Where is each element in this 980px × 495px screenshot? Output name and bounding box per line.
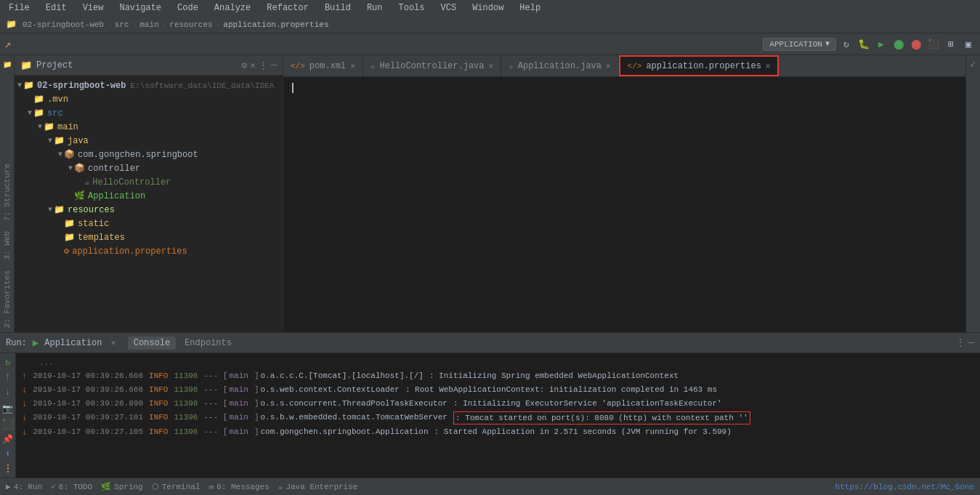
gear-icon[interactable]: ⚙: [242, 60, 248, 71]
tree-item-6[interactable]: ▶☕HelloController: [15, 175, 283, 189]
tab-close-3[interactable]: ✕: [766, 61, 771, 71]
status-icon-0: ▶: [6, 482, 11, 491]
status-icon-4: ✉: [209, 482, 214, 491]
filter-icon[interactable]: ⋮: [1, 463, 15, 475]
menu-item-vcs[interactable]: VCS: [438, 2, 460, 14]
run-config-selector[interactable]: APPLICATION▼: [763, 38, 836, 51]
menu-item-edit[interactable]: Edit: [43, 2, 70, 14]
tree-root[interactable]: ▼📁02-springboot-webE:\software_data\IDE_…: [15, 79, 283, 92]
favorites-label[interactable]: 2: Favorites: [1, 266, 13, 332]
bug-icon[interactable]: 🐛: [857, 37, 871, 52]
status-label-5: Java Enterprise: [286, 483, 357, 491]
project-panel: 📁 Project ⚙ ✕ ⋮ — ▼📁02-springboot-webE:\…: [15, 55, 283, 332]
status-icon-5: ☕: [278, 482, 283, 491]
tree-item-1[interactable]: ▼📁src: [15, 106, 283, 120]
sidebar-project-icon[interactable]: 📁: [1, 58, 14, 71]
menu-item-file[interactable]: File: [6, 2, 33, 14]
tree-item-2[interactable]: ▼📁main: [15, 120, 283, 134]
panel-collapse-icon[interactable]: —: [968, 337, 974, 349]
panel-tab-endpoints[interactable]: Endpoints: [179, 337, 238, 350]
sync-icon[interactable]: ✕: [250, 60, 256, 71]
console-msg-4: : Started Application in 2.571 seconds (…: [434, 426, 732, 438]
menu-item-help[interactable]: Help: [517, 2, 543, 14]
nav-back-icon[interactable]: ↗: [4, 37, 12, 52]
menu-item-window[interactable]: Window: [469, 2, 506, 14]
profile-icon[interactable]: ⬤: [909, 37, 923, 52]
tree-item-8[interactable]: ▼📁resources: [15, 203, 283, 217]
status-item-1[interactable]: ✓6: TODO: [51, 482, 92, 491]
tab-close-0[interactable]: ✕: [350, 61, 355, 71]
editor-tab-1[interactable]: ☕HelloController.java✕: [363, 55, 501, 76]
stop-icon[interactable]: ⬛: [1, 418, 15, 430]
console-sep-0: --- [: [203, 370, 227, 382]
panel-menu-icon[interactable]: ⋮: [955, 337, 965, 349]
menu-item-navigate[interactable]: Navigate: [116, 2, 164, 14]
status-item-2[interactable]: 🌿Spring: [101, 482, 143, 491]
restart-icon[interactable]: ↻: [1, 356, 15, 368]
breadcrumb-item-1[interactable]: src: [115, 20, 129, 29]
menu-item-refactor[interactable]: Refactor: [264, 2, 312, 14]
cursor: [292, 83, 293, 93]
breadcrumb-item-4[interactable]: application.properties: [223, 20, 328, 29]
panel-tab-console[interactable]: Console: [128, 337, 176, 350]
menu-item-code[interactable]: Code: [174, 2, 201, 14]
menu-item-tools[interactable]: Tools: [396, 2, 428, 14]
editor-content[interactable]: [283, 77, 965, 332]
tree-item-10[interactable]: ▶📁templates: [15, 230, 283, 244]
restart-icon[interactable]: ↻: [839, 37, 854, 52]
up-arrow-icon[interactable]: ↑: [1, 371, 15, 382]
tree-item-0[interactable]: ▶📁.mvn: [15, 92, 283, 106]
console-pid-0: 11396: [174, 370, 198, 382]
breadcrumb-item-2[interactable]: main: [139, 20, 158, 29]
editor-tab-2[interactable]: ☕Application.java✕: [501, 55, 618, 76]
console-sep-3: --- [: [203, 411, 227, 423]
menu-icon[interactable]: ⋮: [259, 60, 268, 71]
tree-item-7[interactable]: ▶🌿Application: [15, 189, 283, 203]
share-icon[interactable]: ⬆: [1, 448, 15, 459]
coverage-icon[interactable]: ⬤: [891, 37, 906, 52]
breadcrumb-item-0[interactable]: 02-springboot-web: [23, 20, 104, 29]
editor-tab-3[interactable]: </>application.properties✕: [619, 55, 779, 76]
breadcrumb-item-3[interactable]: resources: [169, 20, 212, 29]
tab-close-1[interactable]: ✕: [489, 61, 494, 71]
tree-item-4[interactable]: ▼📦com.gongchen.springboot: [15, 148, 283, 161]
menu-item-analyze[interactable]: Analyze: [211, 2, 254, 14]
camera-icon[interactable]: 📷: [1, 403, 15, 415]
project-header-icons: ⚙ ✕ ⋮ —: [242, 60, 277, 71]
menu-item-view[interactable]: View: [80, 2, 107, 14]
close-run-icon[interactable]: ✕: [110, 337, 116, 348]
status-item-3[interactable]: ⬡Terminal: [152, 482, 201, 491]
pin-icon[interactable]: 📌: [1, 433, 15, 445]
console-bracket-close-3: ]: [254, 411, 259, 423]
status-item-4[interactable]: ✉0: Messages: [209, 482, 270, 491]
console-arrow-3: ↓: [22, 412, 27, 424]
tree-item-9[interactable]: ▶📁static: [15, 217, 283, 230]
panel-tabs: ConsoleEndpoints: [128, 337, 238, 350]
status-bar: ▶4: Run✓6: TODO🌿Spring⬡Terminal✉0: Messa…: [0, 478, 980, 495]
console-bracket-close-2: ]: [254, 398, 259, 409]
tree-item-5[interactable]: ▼📦controller: [15, 161, 283, 175]
grid-icon[interactable]: ⊞: [944, 37, 958, 52]
console-logger-0: o.a.c.c.C.[Tomcat].[localhost].[/]: [260, 370, 423, 382]
editor-area: </>pom.xml✕☕HelloController.java✕☕Applic…: [283, 55, 965, 332]
structure-label[interactable]: 7: Structure: [1, 159, 13, 225]
status-item-5[interactable]: ☕Java Enterprise: [278, 482, 358, 491]
web-label[interactable]: 3: Web: [1, 227, 13, 265]
console-level-3: INFO: [149, 411, 168, 423]
menu-item-build[interactable]: Build: [322, 2, 354, 14]
stop-icon[interactable]: ⬛: [926, 37, 941, 52]
collapse-icon[interactable]: —: [271, 60, 277, 71]
terminal-icon[interactable]: ▣: [961, 37, 976, 52]
status-icon-3: ⬡: [152, 482, 159, 491]
menu-item-run[interactable]: Run: [364, 2, 386, 14]
console-pid-2: 11396: [174, 398, 198, 409]
run-icon[interactable]: ▶: [874, 37, 888, 52]
tab-label-1: HelloController.java: [379, 61, 484, 71]
tree-item-3[interactable]: ▼📁java: [15, 134, 283, 148]
tab-label-2: Application.java: [518, 61, 602, 71]
down-arrow-icon[interactable]: ↓: [1, 386, 15, 398]
editor-tab-0[interactable]: </>pom.xml✕: [283, 55, 363, 76]
status-item-0[interactable]: ▶4: Run: [6, 482, 42, 491]
tab-close-2[interactable]: ✕: [606, 61, 611, 71]
tree-item-11[interactable]: ▶⚙application.properties: [15, 244, 283, 258]
